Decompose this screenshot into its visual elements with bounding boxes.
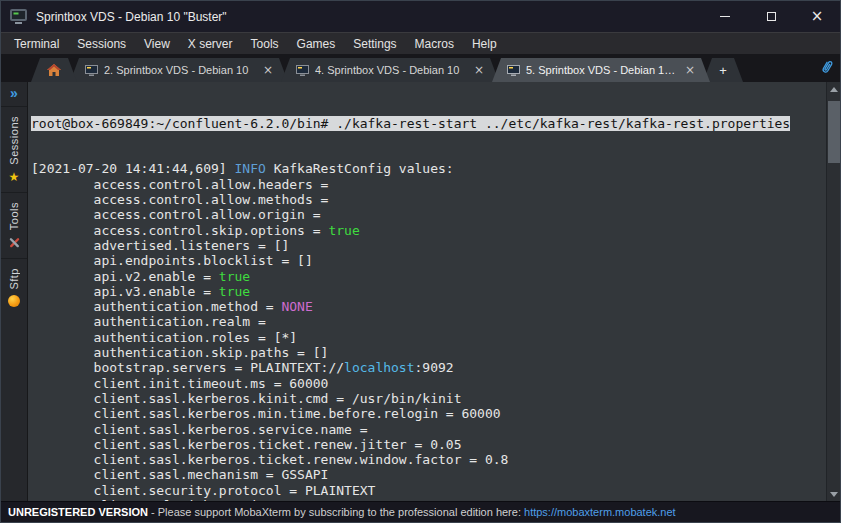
plus-icon: +	[719, 63, 727, 78]
tab-label: 2. Sprintbox VDS - Debian 10	[104, 64, 257, 76]
terminal-text-segment: authentication.roles = [*]	[31, 330, 297, 345]
terminal-text-segment: advertised.listeners = []	[31, 238, 289, 253]
mobaxterm-logo-icon	[10, 9, 27, 24]
terminal-text-segment: client.sasl.kerberos.service.name =	[31, 422, 375, 437]
terminal-line: authentication.method = NONE	[31, 299, 826, 314]
terminal-output: [2021-07-20 14:41:44,609] INFO KafkaRest…	[31, 161, 826, 501]
terminal-line: access.control.allow.methods =	[31, 192, 826, 207]
terminal-text-segment: [2021-07-20 14:41:44,609]	[31, 161, 235, 176]
tab-bar: 2. Sprintbox VDS - Debian 10 × 4. Sprint…	[1, 54, 840, 82]
window-title: Sprintbox VDS - Debian 10 "Buster"	[36, 10, 702, 24]
tab-close-icon[interactable]: ×	[263, 64, 273, 76]
new-tab-button[interactable]: +	[703, 58, 743, 82]
terminal-line: client.security.protocol = PLAINTEXT	[31, 483, 826, 498]
terminal-line: client.sasl.mechanism = GSSAPI	[31, 467, 826, 482]
menu-sessions[interactable]: Sessions	[68, 35, 135, 53]
terminal-text-segment: api.v2.enable =	[31, 269, 219, 284]
menu-x-server[interactable]: X server	[179, 35, 242, 53]
terminal-text-segment: client.sasl.kerberos.ticket.renew.window…	[31, 452, 508, 467]
terminal-line: client.sasl.kerberos.min.time.before.rel…	[31, 406, 826, 421]
sidebar-item-sessions[interactable]: Sessions ★	[1, 106, 27, 192]
terminal-line: [2021-07-20 14:41:44,609] INFO KafkaRest…	[31, 161, 826, 176]
terminal-text-segment: authentication.realm =	[31, 314, 274, 329]
menu-view[interactable]: View	[135, 35, 179, 53]
terminal-line: access.control.allow.headers =	[31, 177, 826, 192]
menu-terminal[interactable]: Terminal	[5, 35, 68, 53]
menu-games[interactable]: Games	[288, 35, 345, 53]
sidebar-label-sessions: Sessions	[8, 116, 20, 165]
terminal-line: client.sasl.kerberos.kinit.cmd = /usr/bi…	[31, 391, 826, 406]
terminal-line: bootstrap.servers = PLAINTEXT://localhos…	[31, 360, 826, 375]
terminal-text-segment: true	[219, 269, 250, 284]
sidebar-item-sftp[interactable]: Sftp	[1, 258, 27, 317]
star-icon: ★	[9, 171, 20, 183]
title-bar: Sprintbox VDS - Debian 10 "Buster" ×	[1, 1, 840, 32]
terminal[interactable]: root@box-669849:~/confluent-6.2.0/bin# .…	[28, 82, 826, 501]
terminal-text-segment: authentication.skip.paths = []	[31, 345, 328, 360]
terminal-text-segment: client.init.timeout.ms = 60000	[31, 376, 328, 391]
tab-session-2[interactable]: 2. Sprintbox VDS - Debian 10 ×	[70, 58, 288, 82]
tab-close-icon[interactable]: ×	[474, 64, 484, 76]
maximize-icon	[767, 12, 776, 21]
terminal-text-segment: true	[328, 223, 359, 238]
tab-session-4[interactable]: 4. Sprintbox VDS - Debian 10 ×	[281, 58, 499, 82]
window-controls: ×	[702, 1, 840, 32]
vertical-scrollbar[interactable]	[826, 82, 840, 501]
terminal-text-segment: NONE	[281, 299, 312, 314]
terminal-text-segment: localhost	[344, 360, 414, 375]
scroll-up-icon	[830, 87, 838, 92]
scrollbar-thumb[interactable]	[828, 101, 840, 163]
terminal-tab-icon	[85, 65, 98, 76]
terminal-text-segment: client.sasl.kerberos.ticket.renew.jitter…	[31, 437, 461, 452]
terminal-line: api.v3.enable = true	[31, 284, 826, 299]
mobatek-link[interactable]: https://mobaxterm.mobatek.net	[524, 506, 676, 518]
tools-icon	[8, 236, 21, 249]
status-message: - Please support MobaXterm by subscribin…	[148, 506, 524, 518]
paperclip-icon[interactable]	[816, 56, 836, 79]
terminal-text-segment: access.control.allow.origin =	[31, 207, 328, 222]
terminal-line: access.control.skip.options = true	[31, 223, 826, 238]
terminal-text-segment: api.endpoints.blocklist = []	[31, 253, 313, 268]
sidebar-label-tools: Tools	[8, 202, 20, 230]
scroll-down-button[interactable]	[827, 487, 841, 501]
terminal-tab-icon	[296, 65, 309, 76]
tab-label: 5. Sprintbox VDS - Debian 10 "B	[526, 64, 679, 76]
terminal-text-segment: client.security.protocol = PLAINTEXT	[31, 483, 375, 498]
close-button[interactable]: ×	[794, 1, 840, 32]
scroll-down-icon	[830, 492, 838, 497]
terminal-text-segment: authentication.method =	[31, 299, 281, 314]
unregistered-version-label: UNREGISTERED VERSION	[8, 506, 148, 518]
chevron-double-right-icon[interactable]: »	[10, 82, 18, 106]
main-area: » Sessions ★ Tools Sftp root@box-669849:…	[1, 82, 840, 501]
terminal-line: client.sasl.kerberos.ticket.renew.window…	[31, 452, 826, 467]
terminal-line: client.sasl.kerberos.service.name =	[31, 422, 826, 437]
menu-help[interactable]: Help	[463, 35, 506, 53]
left-sidebar: » Sessions ★ Tools Sftp	[1, 82, 28, 501]
terminal-prompt-text: root@box-669849:~/confluent-6.2.0/bin# .…	[31, 116, 790, 131]
terminal-prompt-line: root@box-669849:~/confluent-6.2.0/bin# .…	[31, 116, 826, 131]
window-close-icon: ×	[811, 9, 824, 24]
globe-icon	[8, 295, 20, 307]
terminal-line: client.init.timeout.ms = 60000	[31, 376, 826, 391]
scroll-up-button[interactable]	[827, 82, 841, 96]
tab-close-icon[interactable]: ×	[685, 64, 695, 76]
sidebar-label-sftp: Sftp	[8, 268, 20, 290]
terminal-text-segment: access.control.allow.methods =	[31, 192, 336, 207]
terminal-line: access.control.allow.origin =	[31, 207, 826, 222]
menu-tools[interactable]: Tools	[242, 35, 288, 53]
tab-session-5-active[interactable]: 5. Sprintbox VDS - Debian 10 "B ×	[492, 58, 710, 82]
menu-bar: Terminal Sessions View X server Tools Ga…	[1, 32, 840, 54]
menu-macros[interactable]: Macros	[406, 35, 463, 53]
maximize-button[interactable]	[748, 1, 794, 32]
terminal-text-segment: client.sasl.kerberos.min.time.before.rel…	[31, 406, 501, 421]
tab-home[interactable]	[31, 58, 77, 82]
terminal-line: authentication.skip.paths = []	[31, 345, 826, 360]
terminal-text-segment: :9092	[415, 360, 454, 375]
terminal-line: advertised.listeners = []	[31, 238, 826, 253]
terminal-line: authentication.roles = [*]	[31, 330, 826, 345]
minimize-button[interactable]	[702, 1, 748, 32]
sidebar-item-tools[interactable]: Tools	[1, 192, 27, 258]
terminal-text-segment: client.sasl.mechanism = GSSAPI	[31, 467, 328, 482]
app-window: Sprintbox VDS - Debian 10 "Buster" × Ter…	[0, 0, 841, 523]
menu-settings[interactable]: Settings	[344, 35, 405, 53]
